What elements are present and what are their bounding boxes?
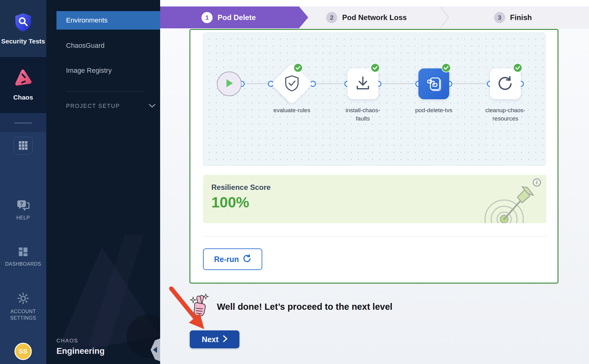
node-label: cleanup-chaos-resources xyxy=(482,106,529,123)
step-separator-icon xyxy=(439,6,450,30)
module-security-tests-label: Security Tests xyxy=(1,38,45,45)
pipeline-start-node[interactable] xyxy=(217,72,242,96)
download-icon xyxy=(355,75,371,92)
success-badge-icon xyxy=(442,63,451,72)
rail-item-account-settings[interactable]: ACCOUNTSETTINGS xyxy=(0,292,46,321)
rerun-refresh-icon xyxy=(243,254,251,264)
step-2-badge: 2 xyxy=(326,12,337,23)
step-finish[interactable]: 3 Finish xyxy=(494,6,532,28)
project-setup-label: PROJECT SETUP xyxy=(66,103,120,109)
resilience-score-title: Resilience Score xyxy=(211,183,271,192)
success-badge-icon xyxy=(293,63,303,72)
welldone-text: Well done! Let’s proceed to the next lev… xyxy=(217,302,392,312)
pipeline-node-install-chaos-faults[interactable] xyxy=(347,68,378,99)
play-icon xyxy=(225,78,234,89)
pipeline-node-evaluate-rules[interactable] xyxy=(271,63,313,105)
module-grid-icon xyxy=(19,141,28,151)
experiment-result-card: evaluate-rules install-chaos-faults pod-… xyxy=(189,29,558,284)
collapse-left-icon xyxy=(153,347,157,353)
celebration-hand-icon xyxy=(190,293,210,320)
step-pod-network-loss[interactable]: 2 Pod Network Loss xyxy=(326,6,407,28)
pipeline-node-cleanup-chaos-resources[interactable] xyxy=(490,68,521,99)
card-divider xyxy=(203,236,546,236)
step-1-badge: 1 xyxy=(201,12,213,23)
project-name: Engineering xyxy=(56,346,105,356)
rail-divider xyxy=(0,113,46,133)
chevron-down-icon xyxy=(149,104,156,109)
module-picker-button[interactable] xyxy=(14,137,33,155)
main-content: 1 Pod Delete 2 Pod Network Loss 3 Finish xyxy=(160,0,589,364)
node-label: evaluate-rules xyxy=(267,106,317,115)
rerun-button-label: Re-run xyxy=(214,255,239,264)
project-module-label: CHAOS xyxy=(56,338,105,344)
sidebar-item-image-registry[interactable]: Image Registry xyxy=(56,61,160,80)
pipeline-node-pod-delete-tvs[interactable] xyxy=(418,68,449,99)
help-chat-icon: ? xyxy=(17,200,30,212)
avatar[interactable]: SS xyxy=(15,343,32,360)
sidebar-divider xyxy=(66,91,145,92)
project-info: CHAOS Engineering xyxy=(56,338,105,356)
node-label: install-chaos-faults xyxy=(343,106,383,123)
experiment-icon xyxy=(425,75,442,93)
project-setup-section[interactable]: PROJECT SETUP xyxy=(66,103,156,109)
sidebar-collapse-handle[interactable] xyxy=(151,337,160,363)
rerun-button[interactable]: Re-run xyxy=(203,248,262,270)
node-label: pod-delete-tvs xyxy=(409,106,458,115)
sidebar-item-environments[interactable]: Environments xyxy=(56,11,160,30)
step-3-label: Finish xyxy=(510,13,532,22)
step-pod-delete[interactable]: 1 Pod Delete xyxy=(160,6,308,28)
sidebar-item-chaosguard-label: ChaosGuard xyxy=(66,42,105,50)
next-button[interactable]: Next xyxy=(190,330,239,348)
rail-item-help[interactable]: ? HELP xyxy=(0,200,46,221)
rail-item-dashboards-label: DASHBOARDS xyxy=(5,261,41,268)
step-3-badge: 3 xyxy=(494,12,505,23)
svg-text:?: ? xyxy=(20,201,23,207)
wizard-stepper: 1 Pod Delete 2 Pod Network Loss 3 Finish xyxy=(160,6,589,28)
rail-item-account-label: ACCOUNTSETTINGS xyxy=(10,309,36,321)
resilience-score-value: 100% xyxy=(211,194,249,211)
top-strip xyxy=(160,0,589,6)
avatar-initials: SS xyxy=(19,348,27,355)
step-1-label: Pod Delete xyxy=(218,13,256,22)
rail-drag-handle[interactable] xyxy=(14,122,32,124)
module-chaos[interactable]: Chaos xyxy=(0,57,46,113)
pipeline-canvas: evaluate-rules install-chaos-faults pod-… xyxy=(203,33,545,166)
success-badge-icon xyxy=(513,63,522,72)
sidebar-item-environments-label: Environments xyxy=(66,16,108,24)
resilience-score-panel: Resilience Score 100% i xyxy=(203,175,546,223)
next-button-label: Next xyxy=(202,335,218,344)
chaos-engineering-app: Security Tests Chaos xyxy=(0,0,589,364)
sidebar: Environments ChaosGuard Image Registry P… xyxy=(46,0,160,364)
success-badge-icon xyxy=(371,63,380,72)
welldone-row: Well done! Let’s proceed to the next lev… xyxy=(190,293,392,320)
refresh-icon xyxy=(497,75,513,92)
module-rail: Security Tests Chaos xyxy=(0,0,46,364)
module-chaos-label: Chaos xyxy=(13,94,33,101)
target-illustration xyxy=(481,184,540,223)
step-2-label: Pod Network Loss xyxy=(342,13,407,22)
rail-item-dashboards[interactable]: DASHBOARDS xyxy=(0,247,46,268)
shield-check-icon xyxy=(284,75,300,93)
security-tests-shield-icon xyxy=(14,12,33,33)
chevron-right-icon xyxy=(223,335,227,344)
dashboards-icon xyxy=(18,247,28,258)
gear-icon xyxy=(17,292,29,306)
sidebar-item-chaosguard[interactable]: ChaosGuard xyxy=(56,36,160,55)
module-security-tests[interactable]: Security Tests xyxy=(0,0,46,57)
sidebar-item-image-registry-label: Image Registry xyxy=(66,67,112,75)
chaos-module-icon xyxy=(14,69,32,89)
rail-item-help-label: HELP xyxy=(16,215,30,221)
